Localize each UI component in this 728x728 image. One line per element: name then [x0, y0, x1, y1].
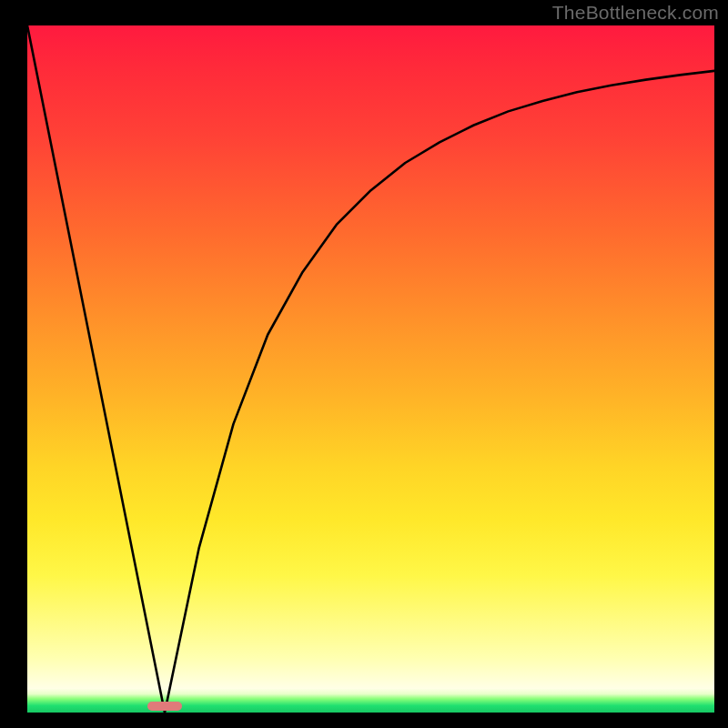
watermark-text: TheBottleneck.com [552, 2, 719, 24]
chart-frame: TheBottleneck.com [0, 0, 728, 728]
plot-area [27, 25, 714, 713]
curve-path [27, 25, 714, 713]
bottleneck-curve [27, 25, 714, 713]
bottleneck-marker [147, 702, 182, 711]
